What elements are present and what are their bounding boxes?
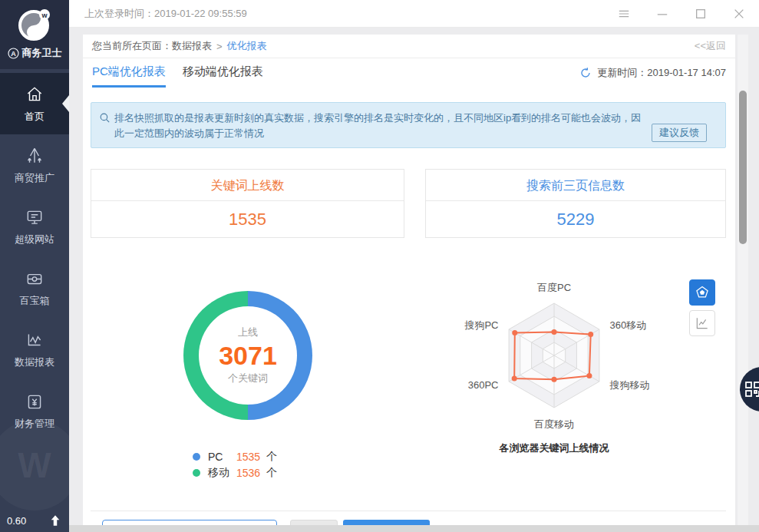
sidebar-item-label: 数据报表 <box>15 355 54 369</box>
toolbox-icon <box>25 269 45 289</box>
radar-chart-icon <box>695 285 710 300</box>
notice-banner: 排名快照抓取的是报表更新时刻的真实数据，搜索引擎的排名是实时变化的，且不同地区i… <box>91 102 726 148</box>
brand-badge-icon: A <box>8 48 19 59</box>
sidebar-nav: 首页 商贸推广 超级网站 百宝箱 数据报表 <box>0 73 69 441</box>
breadcrumb: 您当前所在页面： 数据报表 > 优化报表 <<返回 <box>83 35 735 58</box>
tab-pc-report[interactable]: PC端优化报表 <box>92 58 166 88</box>
brand: w A 商务卫士 <box>0 0 69 69</box>
legend-item-mobile: 移动 1536 个 <box>193 464 277 481</box>
legend-item-pc: PC 1535 个 <box>193 448 277 464</box>
back-link[interactable]: <<返回 <box>695 39 726 53</box>
svg-text:搜狗移动: 搜狗移动 <box>609 379 650 391</box>
close-icon <box>733 8 745 20</box>
breadcrumb-prefix: 您当前所在页面： <box>92 39 172 53</box>
up-arrow-icon[interactable] <box>48 514 62 527</box>
breadcrumb-section: 数据报表 <box>172 39 212 53</box>
content-card: 您当前所在页面： 数据报表 > 优化报表 <<返回 PC端优化报表 移动端优化报… <box>83 35 735 525</box>
last-login-text: 上次登录时间：2019-01-22 09:55:59 <box>84 7 247 21</box>
legend-name: 移动 <box>208 466 236 480</box>
sidebar-footer: 0.60 <box>0 514 69 527</box>
keyword-donut-chart: 上线 3071 个关键词 <box>183 291 312 420</box>
sidebar-item-toolbox[interactable]: 百宝箱 <box>0 257 69 319</box>
notice-text: 排名快照抓取的是报表更新时刻的真实数据，搜索引擎的排名是实时变化的，且不同地区i… <box>114 111 648 141</box>
tab-mobile-report[interactable]: 移动端优化报表 <box>183 58 263 88</box>
close-button[interactable] <box>731 6 747 21</box>
donut-center-label: 上线 3071 个关键词 <box>183 291 312 420</box>
radar-view-button[interactable] <box>689 279 715 306</box>
legend-dot <box>193 453 200 461</box>
minimize-icon <box>656 8 668 20</box>
version-label: 0.60 <box>7 515 26 527</box>
svg-text:百度PC: 百度PC <box>537 282 571 293</box>
promotion-icon <box>25 146 45 166</box>
window-controls <box>616 6 759 21</box>
section-divider <box>91 511 726 511</box>
svg-text:360PC: 360PC <box>468 379 499 391</box>
search-icon <box>98 111 111 124</box>
sidebar: w A 商务卫士 首页 商贸推广 <box>0 0 69 532</box>
badge-letter: A <box>11 49 16 57</box>
feedback-button[interactable]: 建议反馈 <box>652 124 707 142</box>
menu-icon <box>618 8 630 20</box>
window-bottom-strip <box>69 525 759 532</box>
home-icon <box>25 84 45 104</box>
legend-unit: 个 <box>266 466 277 480</box>
donut-center-value: 3071 <box>219 342 277 369</box>
qr-code-icon <box>744 380 759 398</box>
stat-card-top3-info: 搜索前三页信息数 5229 <box>425 169 726 238</box>
donut-center-bottom: 个关键词 <box>228 372 268 385</box>
sidebar-item-reports[interactable]: 数据报表 <box>0 319 69 380</box>
legend-unit: 个 <box>266 450 277 464</box>
logo-letter: w <box>41 12 48 19</box>
legend-dot <box>193 469 200 477</box>
website-icon <box>25 207 45 227</box>
legend-value: 1536 <box>236 467 260 479</box>
svg-text:百度移动: 百度移动 <box>534 418 574 430</box>
sidebar-item-promotion[interactable]: 商贸推广 <box>0 134 69 196</box>
donut-legend: PC 1535 个 移动 1536 个 <box>193 448 277 481</box>
line-chart-icon <box>695 316 710 331</box>
line-view-button[interactable] <box>689 310 715 336</box>
scrollbar-track[interactable] <box>738 35 748 525</box>
maximize-icon <box>695 8 707 20</box>
stat-card-value: 1535 <box>91 201 404 238</box>
minimize-button[interactable] <box>655 6 670 21</box>
maximize-button[interactable] <box>693 6 708 21</box>
scrollbar-thumb[interactable] <box>739 91 747 244</box>
sidebar-item-website[interactable]: 超级网站 <box>0 196 69 257</box>
stat-card-title: 关键词上线数 <box>91 170 404 201</box>
menu-button[interactable] <box>616 6 632 21</box>
sidebar-item-label: 首页 <box>25 110 45 124</box>
brand-name: 商务卫士 <box>22 46 62 60</box>
app-logo-icon: w <box>17 7 52 42</box>
refresh-icon[interactable] <box>579 67 592 79</box>
browser-radar-chart: 百度PC360移动搜狗移动百度移动360PC搜狗PC <box>427 277 681 440</box>
stat-card-value: 5229 <box>426 201 725 238</box>
breadcrumb-separator: > <box>216 41 223 52</box>
bottom-button-secondary[interactable] <box>290 520 338 525</box>
stat-cards-row: 关键词上线数 1535 搜索前三页信息数 5229 <box>91 169 726 238</box>
sidebar-item-label: 百宝箱 <box>20 294 50 308</box>
breadcrumb-current[interactable]: 优化报表 <box>227 39 267 53</box>
svg-text:搜狗PC: 搜狗PC <box>464 319 498 331</box>
radar-chart-title: 各浏览器关键词上线情况 <box>427 441 681 455</box>
titlebar: 上次登录时间：2019-01-22 09:55:59 <box>69 0 759 28</box>
sidebar-item-label: 超级网站 <box>15 233 54 246</box>
legend-value: 1535 <box>236 451 260 463</box>
stat-card-title: 搜索前三页信息数 <box>426 170 725 201</box>
sidebar-item-home[interactable]: 首页 <box>0 73 69 134</box>
tabs-row: PC端优化报表 移动端优化报表 更新时间：2019-01-17 14:07 <box>83 58 735 88</box>
bottom-input[interactable] <box>102 520 277 525</box>
data-report-icon <box>25 330 45 350</box>
sidebar-item-label: 商贸推广 <box>15 171 54 185</box>
chart-toolbar <box>689 279 715 336</box>
update-time-text: 更新时间：2019-01-17 14:07 <box>597 66 726 80</box>
legend-name: PC <box>208 451 236 463</box>
svg-text:360移动: 360移动 <box>610 319 647 331</box>
update-time-area: 更新时间：2019-01-17 14:07 <box>579 66 735 80</box>
stat-card-keywords-online: 关键词上线数 1535 <box>91 169 404 238</box>
finance-icon <box>25 392 45 411</box>
bottom-button-primary[interactable] <box>343 520 430 525</box>
donut-center-top: 上线 <box>238 325 258 339</box>
